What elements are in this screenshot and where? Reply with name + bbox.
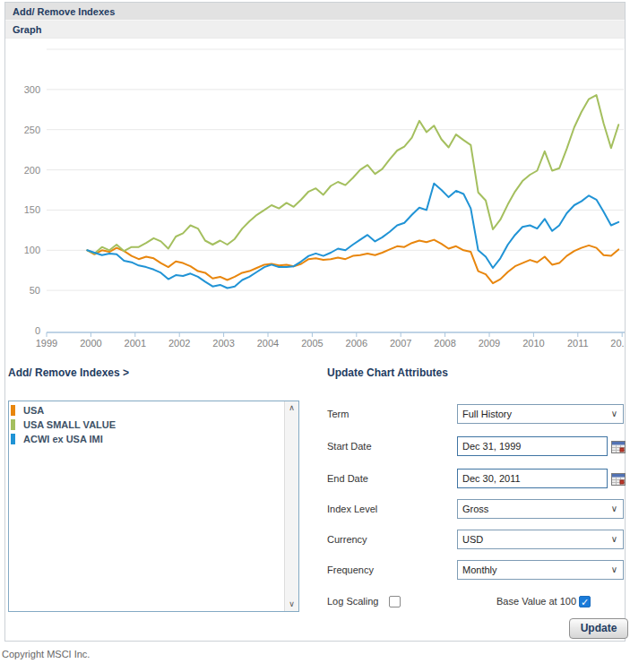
add-remove-indexes-header-label: Add/ Remove Indexes — [13, 6, 115, 17]
end-date-input[interactable] — [457, 469, 608, 488]
svg-text:2003: 2003 — [212, 338, 234, 349]
svg-text:150: 150 — [24, 204, 40, 215]
scroll-up-icon[interactable] — [285, 401, 298, 415]
legend-item-label: ACWI ex USA IMI — [23, 434, 103, 444]
currency-select-value: USD — [462, 534, 483, 545]
update-button[interactable]: Update — [569, 618, 628, 639]
svg-text:0: 0 — [35, 325, 40, 336]
term-label: Term — [327, 404, 349, 424]
log-scaling-checkbox[interactable] — [389, 596, 401, 607]
series-color-swatch — [11, 434, 15, 444]
graph-header-label: Graph — [13, 24, 41, 35]
base-value-label: Base Value at 100 — [496, 596, 576, 607]
svg-text:2000: 2000 — [80, 338, 101, 349]
log-scaling-label: Log Scaling — [327, 596, 379, 607]
svg-text:200: 200 — [24, 165, 40, 176]
chevron-down-icon — [611, 530, 617, 548]
index-level-select[interactable]: Gross — [457, 499, 624, 519]
calendar-icon[interactable] — [611, 440, 626, 453]
frequency-select-value: Monthly — [462, 564, 497, 575]
term-select[interactable]: Full History — [457, 404, 624, 424]
svg-text:2004: 2004 — [257, 338, 279, 349]
chevron-down-icon — [611, 561, 617, 579]
legend-item-label: USA — [23, 405, 44, 416]
legend-item[interactable]: USA — [9, 403, 284, 418]
end-date-label: End Date — [327, 469, 368, 488]
svg-text:1999: 1999 — [36, 338, 57, 349]
svg-text:2005: 2005 — [301, 338, 323, 349]
add-remove-indexes-header[interactable]: Add/ Remove Indexes — [5, 3, 625, 21]
index-level-label: Index Level — [327, 499, 377, 519]
index-level-select-value: Gross — [462, 504, 488, 514]
chevron-down-icon — [611, 500, 617, 518]
start-date-input[interactable] — [457, 436, 608, 456]
index-legend-listbox[interactable]: USAUSA SMALL VALUEACWI ex USA IMI — [8, 401, 299, 612]
svg-text:2010: 2010 — [522, 338, 544, 349]
currency-label: Currency — [327, 530, 367, 549]
index-performance-chart: 0501001502002503001999200020012002200320… — [5, 40, 625, 363]
base-value-checkbox[interactable] — [579, 596, 591, 607]
svg-text:2001: 2001 — [125, 338, 146, 349]
svg-text:2011: 2011 — [567, 338, 589, 349]
start-date-label: Start Date — [327, 436, 372, 456]
series-color-swatch — [11, 405, 15, 416]
legend-items: USAUSA SMALL VALUEACWI ex USA IMI — [9, 403, 284, 611]
svg-text:20...: 20... — [610, 338, 625, 349]
series-color-swatch — [11, 419, 15, 430]
svg-text:2009: 2009 — [479, 338, 500, 349]
chevron-down-icon — [611, 405, 617, 423]
legend-section-heading: Add/ Remove Indexes > — [8, 366, 129, 379]
index-tool-panel: Add/ Remove Indexes Graph 05010015020025… — [4, 2, 626, 642]
listbox-scrollbar[interactable] — [284, 401, 298, 611]
graph-header[interactable]: Graph — [5, 21, 625, 39]
currency-select[interactable]: USD — [457, 530, 624, 549]
form-section-heading: Update Chart Attributes — [327, 366, 448, 379]
svg-text:50: 50 — [30, 285, 40, 296]
frequency-label: Frequency — [327, 560, 374, 580]
legend-item[interactable]: ACWI ex USA IMI — [9, 432, 284, 446]
svg-text:2002: 2002 — [168, 338, 190, 349]
calendar-icon[interactable] — [611, 472, 626, 486]
term-select-value: Full History — [462, 409, 512, 419]
svg-text:2006: 2006 — [346, 338, 367, 349]
scroll-down-icon[interactable] — [285, 598, 298, 611]
svg-text:250: 250 — [24, 125, 40, 135]
svg-text:300: 300 — [24, 84, 40, 95]
svg-text:2007: 2007 — [390, 338, 411, 349]
svg-text:2008: 2008 — [434, 338, 455, 349]
legend-item[interactable]: USA SMALL VALUE — [9, 418, 284, 432]
svg-text:100: 100 — [24, 245, 40, 255]
frequency-select[interactable]: Monthly — [457, 560, 624, 580]
copyright-text: Copyright MSCI Inc. — [2, 649, 90, 659]
legend-item-label: USA SMALL VALUE — [23, 419, 116, 430]
